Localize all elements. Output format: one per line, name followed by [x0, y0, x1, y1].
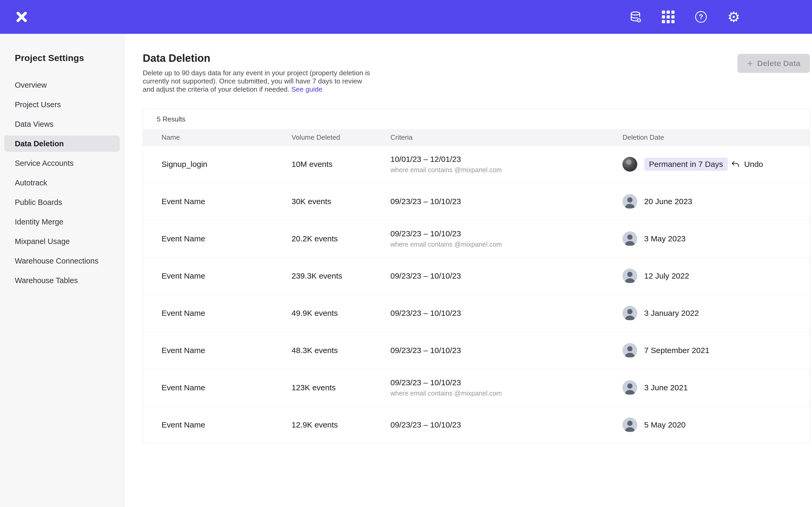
column-header-deletion-date: Deletion Date	[622, 133, 664, 142]
row-name: Event Name	[161, 309, 205, 318]
undo-label: Undo	[744, 160, 763, 169]
criteria-range: 10/01/23 – 12/01/23	[391, 155, 502, 164]
table-header-row: Name Volume Deleted Criteria Deletion Da…	[143, 129, 810, 146]
topbar: ? ⚙	[0, 0, 812, 34]
sidebar-item-data-deletion[interactable]: Data Deletion	[4, 135, 120, 152]
row-volume: 30K events	[292, 197, 331, 206]
row-criteria: 09/23/23 – 10/10/23 where email contains…	[391, 378, 502, 397]
page-description-text: Delete up to 90 days data for any event …	[143, 69, 370, 93]
delete-data-label: Delete Data	[757, 59, 800, 68]
help-icon[interactable]: ?	[694, 10, 708, 24]
settings-icon[interactable]: ⚙	[727, 10, 741, 24]
apps-grid-icon[interactable]	[661, 10, 675, 24]
sidebar-title: Project Settings	[15, 53, 124, 63]
topbar-icons: ? ⚙	[628, 10, 812, 24]
row-deletion-date: 12 July 2022	[622, 269, 689, 283]
gear-glyph: ⚙	[727, 10, 740, 24]
sidebar-item-project-users[interactable]: Project Users	[4, 96, 120, 113]
row-criteria: 10/01/23 – 12/01/23 where email contains…	[391, 155, 502, 174]
row-name: Event Name	[161, 420, 205, 429]
data-management-icon[interactable]	[628, 10, 642, 24]
row-deletion-date: 3 June 2021	[622, 380, 688, 395]
row-criteria: 09/23/23 – 10/10/23	[391, 197, 461, 206]
row-volume: 10M events	[292, 160, 333, 169]
avatar	[622, 231, 637, 246]
avatar	[622, 306, 637, 321]
page-description: Delete up to 90 days data for any event …	[143, 69, 375, 94]
person-icon	[622, 380, 637, 395]
status-badge: Permanent in 7 Days	[644, 158, 728, 171]
row-name: Event Name	[161, 197, 205, 206]
row-volume: 239.3K events	[292, 272, 342, 280]
table-row: Signup_login 10M events 10/01/23 – 12/01…	[143, 146, 810, 183]
row-deletion-date: 3 May 2023	[622, 231, 686, 246]
avatar	[622, 269, 637, 283]
avatar	[622, 417, 637, 432]
row-name: Event Name	[161, 272, 205, 280]
row-name: Event Name	[161, 234, 205, 243]
main-content: Data Deletion Delete up to 90 days data …	[124, 34, 812, 507]
criteria-filter: where email contains @mixpanel.com	[391, 390, 502, 397]
row-deletion-date: 7 September 2021	[622, 343, 709, 358]
undo-button[interactable]: Undo	[731, 160, 763, 169]
row-name: Event Name	[161, 346, 205, 355]
row-deletion-date: 3 January 2022	[622, 306, 699, 321]
row-criteria: 09/23/23 – 10/10/23 where email contains…	[391, 229, 502, 248]
avatar	[622, 343, 637, 358]
deletion-date-text: 5 May 2020	[644, 420, 686, 429]
page-title: Data Deletion	[143, 52, 810, 64]
row-volume: 12.9K events	[292, 420, 338, 429]
column-header-volume: Volume Deleted	[292, 133, 340, 142]
sidebar-item-mixpanel-usage[interactable]: Mixpanel Usage	[4, 233, 120, 249]
row-volume: 49.9K events	[292, 309, 338, 318]
person-icon	[622, 306, 637, 321]
table-row: Event Name 30K events 09/23/23 – 10/10/2…	[143, 183, 810, 220]
deletion-date-text: 3 May 2023	[644, 234, 686, 243]
sidebar-item-data-views[interactable]: Data Views	[4, 116, 120, 132]
person-icon	[622, 417, 637, 432]
row-volume: 123K events	[292, 383, 336, 392]
plus-icon: +	[747, 58, 753, 68]
table-row: Event Name 123K events 09/23/23 – 10/10/…	[143, 369, 810, 406]
undo-icon	[731, 160, 740, 169]
deletion-date-text: 12 July 2022	[644, 272, 689, 280]
person-icon	[622, 343, 637, 358]
sidebar-nav: Overview Project Users Data Views Data D…	[0, 77, 124, 289]
row-deletion-date: Permanent in 7 Days	[622, 157, 728, 172]
sidebar-item-warehouse-tables[interactable]: Warehouse Tables	[4, 272, 120, 289]
delete-data-button[interactable]: + Delete Data	[738, 54, 810, 73]
deletion-table-card: 5 Results Name Volume Deleted Criteria D…	[143, 109, 810, 444]
avatar	[622, 380, 637, 395]
row-name: Event Name	[161, 383, 205, 392]
criteria-filter: where email contains @mixpanel.com	[391, 240, 502, 248]
column-header-name: Name	[161, 133, 180, 142]
avatar	[622, 194, 637, 209]
row-criteria: 09/23/23 – 10/10/23	[391, 346, 461, 355]
mixpanel-logo[interactable]	[15, 10, 29, 24]
sidebar: Project Settings Overview Project Users …	[0, 34, 124, 507]
see-guide-link[interactable]: See guide	[291, 85, 322, 93]
deletion-date-text: 3 June 2021	[644, 383, 688, 392]
person-icon	[622, 269, 637, 283]
row-deletion-date: 5 May 2020	[622, 417, 686, 432]
table-row: Event Name 20.2K events 09/23/23 – 10/10…	[143, 220, 810, 257]
person-icon	[622, 194, 637, 209]
column-header-criteria: Criteria	[391, 133, 413, 142]
table-row: Event Name 12.9K events 09/23/23 – 10/10…	[143, 406, 810, 443]
sidebar-item-overview[interactable]: Overview	[4, 77, 120, 93]
row-name: Signup_login	[161, 160, 207, 169]
sidebar-item-warehouse-connections[interactable]: Warehouse Connections	[4, 253, 120, 269]
table-row: Event Name 49.9K events 09/23/23 – 10/10…	[143, 294, 810, 332]
sidebar-item-service-accounts[interactable]: Service Accounts	[4, 155, 120, 171]
sidebar-item-public-boards[interactable]: Public Boards	[4, 194, 120, 211]
mixpanel-logo-icon	[15, 10, 29, 24]
table-row: Event Name 239.3K events 09/23/23 – 10/1…	[143, 257, 810, 294]
row-criteria: 09/23/23 – 10/10/23	[391, 309, 461, 318]
sidebar-item-autotrack[interactable]: Autotrack	[4, 175, 120, 191]
deletion-date-text: 3 January 2022	[644, 309, 699, 318]
row-volume: 20.2K events	[292, 234, 338, 243]
person-icon	[622, 231, 637, 246]
sidebar-item-identity-merge[interactable]: Identity Merge	[4, 214, 120, 230]
avatar	[622, 157, 637, 172]
help-glyph: ?	[695, 11, 707, 23]
